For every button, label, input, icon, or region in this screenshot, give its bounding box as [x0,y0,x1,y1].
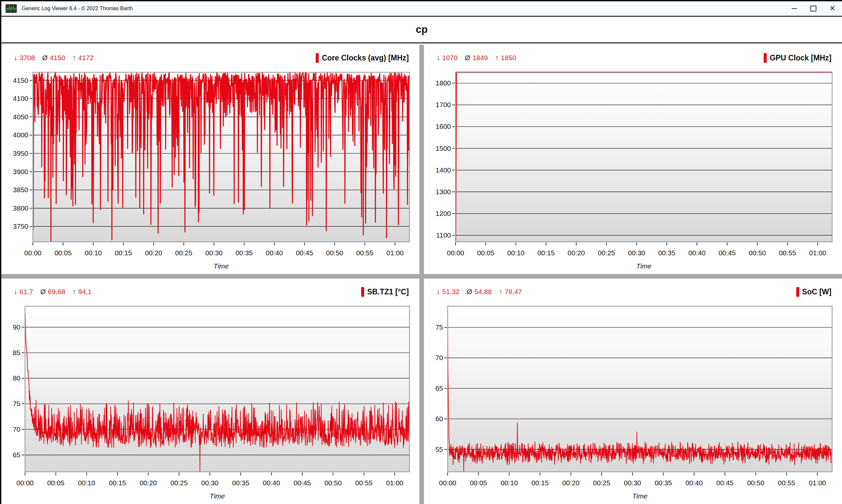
svg-text:00:40: 00:40 [263,479,280,487]
stat-max: ↑4172 [72,54,93,62]
svg-text:00:10: 00:10 [78,479,96,487]
stat-max: ↑1850 [495,54,516,62]
max-arrow-icon: ↑ [495,54,499,61]
svg-text:00:45: 00:45 [294,479,311,487]
chart-header: ↓1070 Ø1849 ↑1850 GPU Clock [MHz] [436,52,831,64]
svg-text:00:15: 00:15 [532,479,549,487]
legend-color-swatch [361,287,364,297]
chart-stats: ↓51,32 Ø54,88 ↑78,47 [436,288,522,296]
max-arrow-icon: ↑ [499,288,502,295]
svg-text:70: 70 [435,354,443,361]
chart-header: ↓3708 Ø4150 ↑4172 Core Clocks (avg) [MHz… [14,52,409,64]
stat-min: ↓1070 [436,54,458,62]
stat-min: ↓51,32 [436,288,460,296]
svg-text:00:40: 00:40 [685,479,703,487]
svg-text:01:00: 01:00 [386,249,404,257]
chart-header: ↓61,7 Ø69,68 ↑94,1 SB.TZ1 [°C] [14,286,409,298]
window-controls: ✕ [785,1,842,16]
chart-canvas-sb-tz1[interactable]: 65707580859000:0000:0500:1000:1500:2000:… [1,298,419,504]
stat-max-value: 94,1 [78,288,92,295]
svg-text:00:30: 00:30 [205,249,223,257]
log-title-bar: cp [1,17,842,43]
svg-text:80: 80 [13,374,20,382]
svg-text:00:25: 00:25 [170,479,188,487]
svg-text:75: 75 [13,400,20,408]
svg-text:00:55: 00:55 [779,249,796,257]
svg-text:01:00: 01:00 [809,479,826,487]
title-bar[interactable]: Generic Log Viewer 6.4 - © 2022 Thomas B… [1,1,842,17]
svg-text:00:45: 00:45 [296,249,313,257]
svg-text:1100: 1100 [436,231,451,239]
svg-text:55: 55 [435,446,443,453]
chart-legend: Core Clocks (avg) [MHz] [316,53,409,63]
svg-text:00:55: 00:55 [356,249,374,257]
stat-avg: Ø1849 [465,54,488,62]
chart-stats: ↓61,7 Ø69,68 ↑94,1 [14,288,92,296]
legend-label: SoC [W] [802,287,831,296]
chart-stats: ↓3708 Ø4150 ↑4172 [14,54,94,62]
svg-text:00:10: 00:10 [85,249,102,257]
chart-canvas-gpu-clock[interactable]: 1100120013001400150016001700180000:0000:… [424,64,842,274]
svg-text:00:40: 00:40 [688,249,706,257]
svg-text:4150: 4150 [13,76,28,84]
close-button[interactable]: ✕ [823,1,842,16]
svg-text:00:50: 00:50 [326,249,343,257]
legend-color-swatch [764,53,767,63]
svg-text:00:40: 00:40 [266,249,283,257]
stat-max: ↑94,1 [72,288,91,296]
avg-icon: Ø [42,54,47,61]
svg-text:1500: 1500 [435,145,451,152]
svg-text:3950: 3950 [13,149,28,157]
svg-text:00:30: 00:30 [628,249,645,257]
app-window: Generic Log Viewer 6.4 - © 2022 Thomas B… [0,0,842,504]
svg-text:00:05: 00:05 [54,249,72,257]
min-arrow-icon: ↓ [14,54,17,61]
close-icon: ✕ [829,5,836,12]
chart-stats: ↓1070 Ø1849 ↑1850 [436,54,516,62]
svg-text:00:55: 00:55 [778,479,795,487]
svg-text:65: 65 [13,451,20,458]
svg-text:1200: 1200 [435,210,451,217]
svg-text:00:50: 00:50 [747,479,764,487]
avg-icon: Ø [40,288,46,295]
svg-text:1300: 1300 [435,188,451,196]
svg-text:1700: 1700 [435,101,451,108]
svg-text:Time: Time [213,262,228,270]
svg-text:00:25: 00:25 [598,249,615,257]
legend-label: GPU Clock [MHz] [770,54,831,62]
chart-canvas-soc[interactable]: 556065707500:0000:0500:1000:1500:2000:25… [424,298,842,504]
svg-text:00:20: 00:20 [568,249,585,257]
app-icon [5,4,17,13]
min-arrow-icon: ↓ [436,288,440,295]
svg-text:4100: 4100 [13,95,28,102]
svg-text:01:00: 01:00 [386,479,403,487]
maximize-button[interactable] [804,1,823,16]
stat-avg: Ø54,88 [467,288,492,296]
stat-min-value: 3708 [20,54,35,61]
legend-label: SB.TZ1 [°C] [367,287,409,296]
chart-panel-core-clocks: ↓3708 Ø4150 ↑4172 Core Clocks (avg) [MHz… [1,45,419,274]
svg-text:00:05: 00:05 [477,249,494,257]
svg-text:00:15: 00:15 [115,249,132,257]
svg-text:00:20: 00:20 [145,249,162,257]
svg-text:00:35: 00:35 [654,479,672,487]
svg-text:00:30: 00:30 [624,479,641,487]
svg-text:60: 60 [435,415,443,422]
chart-legend: SB.TZ1 [°C] [361,287,409,297]
chart-canvas-core-clocks[interactable]: 37503800385039003950400040504100415000:0… [1,64,419,274]
svg-text:00:05: 00:05 [470,479,487,487]
stat-avg-value: 1849 [472,54,488,61]
stat-max-value: 4172 [78,54,94,61]
svg-text:00:45: 00:45 [718,249,736,257]
page-title: cp [416,24,428,35]
svg-text:00:00: 00:00 [439,479,457,487]
stat-min-value: 1070 [442,54,458,61]
minimize-button[interactable] [785,1,804,16]
legend-color-swatch [796,287,799,297]
max-arrow-icon: ↑ [72,288,76,295]
stat-avg: Ø69,68 [40,288,65,296]
chart-panel-soc: ↓51,32 Ø54,88 ↑78,47 SoC [W] 55606570750… [424,278,842,504]
svg-text:00:05: 00:05 [47,479,65,487]
chart-panel-gpu-clock: ↓1070 Ø1849 ↑1850 GPU Clock [MHz] 110012… [424,45,842,274]
stat-avg-value: 54,88 [474,288,492,295]
